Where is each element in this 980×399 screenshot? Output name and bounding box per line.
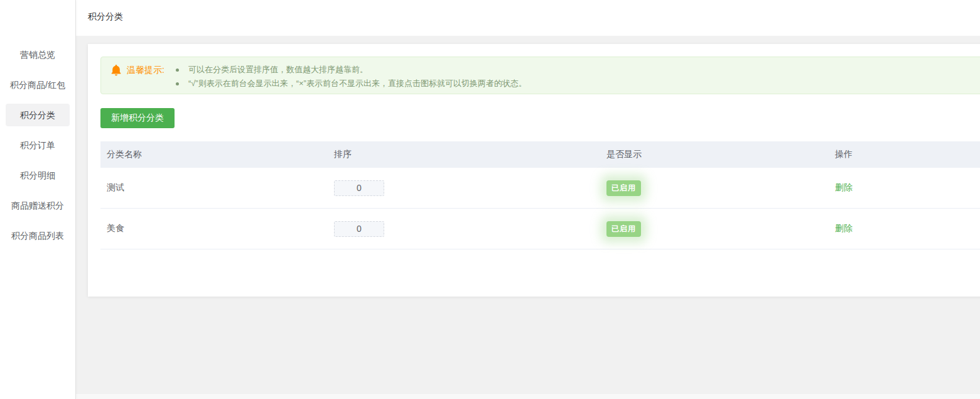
status-badge-enabled[interactable]: 已启用 <box>606 221 641 237</box>
tip-line: “√”则表示在前台会显示出来，“×”表示前台不显示出来，直接点击图标就可以切换两… <box>176 77 527 90</box>
sidebar-item-points-category[interactable]: 积分分类 <box>6 104 70 126</box>
bullet-dot-icon <box>176 68 179 72</box>
column-header-sort: 排序 <box>328 149 600 160</box>
horizontal-scrollbar[interactable] <box>76 394 980 399</box>
sort-value-input[interactable] <box>334 180 384 196</box>
main-content: 温馨提示: 可以在分类后设置排序值，数值越大排序越靠前。 “√”则表示在前台会显… <box>76 36 980 399</box>
add-points-category-button[interactable]: 新增积分分类 <box>100 108 175 128</box>
sidebar-item-marketing-overview[interactable]: 营销总览 <box>6 43 70 66</box>
sort-cell <box>328 180 600 196</box>
column-header-actions: 操作 <box>829 149 980 160</box>
tip-text: 可以在分类后设置排序值，数值越大排序越靠前。 <box>188 63 368 77</box>
column-header-visibility: 是否显示 <box>600 149 829 160</box>
actions-cell: 删除 <box>829 223 980 234</box>
status-badge-enabled[interactable]: 已启用 <box>606 180 641 196</box>
topbar: 积分分类 <box>76 0 980 36</box>
actions-cell: 删除 <box>829 182 980 194</box>
table-row: 测试 已启用 删除 <box>100 168 980 209</box>
visibility-cell: 已启用 <box>600 180 829 196</box>
bullet-dot-icon <box>176 82 179 85</box>
sort-cell <box>328 221 600 237</box>
notice-tips: 可以在分类后设置排序值，数值越大排序越靠前。 “√”则表示在前台会显示出来，“×… <box>176 63 527 90</box>
sidebar-item-points-orders[interactable]: 积分订单 <box>6 134 70 156</box>
sidebar-item-goods-gift-points[interactable]: 商品赠送积分 <box>6 194 70 217</box>
bell-icon <box>111 65 121 76</box>
sort-value-input[interactable] <box>334 221 384 237</box>
tip-text: “√”则表示在前台会显示出来，“×”表示前台不显示出来，直接点击图标就可以切换两… <box>188 77 527 90</box>
sidebar-item-points-detail[interactable]: 积分明细 <box>6 164 70 187</box>
notice-banner: 温馨提示: 可以在分类后设置排序值，数值越大排序越靠前。 “√”则表示在前台会显… <box>100 57 980 94</box>
category-name-cell: 美食 <box>100 223 328 234</box>
delete-link[interactable]: 删除 <box>835 182 853 192</box>
category-name-cell: 测试 <box>100 182 328 194</box>
sidebar-item-points-goods-redpacket[interactable]: 积分商品/红包 <box>6 74 70 96</box>
delete-link[interactable]: 删除 <box>835 223 853 233</box>
table-row: 美食 已启用 删除 <box>100 209 980 249</box>
visibility-cell: 已启用 <box>600 221 829 237</box>
sidebar: 营销总览 积分商品/红包 积分分类 积分订单 积分明细 商品赠送积分 积分商品列… <box>0 0 76 399</box>
page-title: 积分分类 <box>88 11 123 23</box>
content-card: 温馨提示: 可以在分类后设置排序值，数值越大排序越靠前。 “√”则表示在前台会显… <box>88 44 980 297</box>
table-header-row: 分类名称 排序 是否显示 操作 <box>100 141 980 168</box>
category-table: 分类名称 排序 是否显示 操作 测试 已启用 删除 美食 <box>100 141 980 249</box>
column-header-category-name: 分类名称 <box>100 149 328 160</box>
sidebar-item-points-goods-list[interactable]: 积分商品列表 <box>6 224 70 247</box>
tip-line: 可以在分类后设置排序值，数值越大排序越靠前。 <box>176 63 527 77</box>
notice-title: 温馨提示: <box>127 63 164 77</box>
